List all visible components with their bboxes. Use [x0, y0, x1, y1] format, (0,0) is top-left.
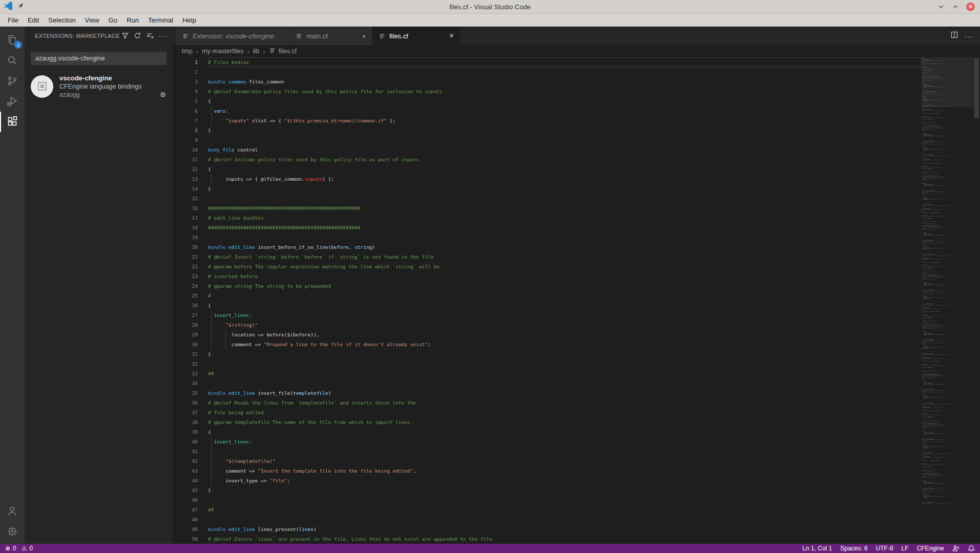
- code-line-33[interactable]: 33##: [173, 369, 922, 378]
- code-line-17[interactable]: 17# edit_line bundles: [173, 213, 922, 223]
- code-line-10[interactable]: 10body file control: [173, 145, 922, 155]
- minimap[interactable]: # Files bodiesbundle common files_common…: [922, 57, 973, 544]
- menu-help[interactable]: Help: [178, 14, 201, 27]
- menu-edit[interactable]: Edit: [23, 14, 44, 27]
- code-line-7[interactable]: 7 "inputs" slist => { "$(this.promise_di…: [173, 116, 922, 125]
- filter-extensions-button[interactable]: [121, 32, 129, 39]
- status-indentation[interactable]: Spaces: 6: [840, 545, 867, 552]
- code-line-13[interactable]: 13 inputs => { @(files_common.inputs) };: [173, 174, 922, 184]
- code-line-15[interactable]: 15: [173, 194, 922, 203]
- code-line-27[interactable]: 27 insert_lines:: [173, 310, 922, 320]
- menu-selection[interactable]: Selection: [44, 14, 80, 27]
- activity-run-and-debug[interactable]: [0, 91, 25, 112]
- minimap-slider[interactable]: [922, 57, 973, 107]
- code-line-38[interactable]: 38# @param templatefile The name of the …: [173, 417, 922, 427]
- vertical-scrollbar[interactable]: [973, 57, 980, 544]
- status-language-mode[interactable]: CFEngine: [917, 545, 944, 552]
- code-line-8[interactable]: 8}: [173, 125, 922, 135]
- code-line-45[interactable]: 45}: [173, 485, 922, 495]
- breadcrumb-item-files-cf[interactable]: files.cf: [269, 47, 297, 56]
- problems-status[interactable]: ⊗ 0 ⚠ 0: [5, 545, 33, 552]
- code-line-2[interactable]: 2: [173, 67, 922, 77]
- activity-accounts[interactable]: [0, 501, 25, 521]
- feedback-icon[interactable]: [952, 545, 960, 552]
- line-content: "$(templatefile)": [208, 456, 276, 466]
- code-line-25[interactable]: 25#: [173, 291, 922, 301]
- tab-main-cf[interactable]: main.cf●: [289, 27, 372, 45]
- code-line-49[interactable]: 49bundle edit_line lines_present(lines): [173, 524, 922, 534]
- minimize-button[interactable]: [937, 3, 945, 10]
- code-line-28[interactable]: 28 "$(string)": [173, 320, 922, 330]
- code-line-4[interactable]: 4# @brief Enumerate policy files used by…: [173, 87, 922, 96]
- code-line-22[interactable]: 22# @param before The regular expression…: [173, 262, 922, 271]
- code-line-42[interactable]: 42 "$(templatefile)": [173, 456, 922, 466]
- code-line-36[interactable]: 36# @brief Reads the lines from `templat…: [173, 398, 922, 408]
- code-line-9[interactable]: 9: [173, 135, 922, 145]
- split-editor-button[interactable]: [950, 31, 958, 41]
- menu-view[interactable]: View: [80, 14, 104, 27]
- activity-extensions[interactable]: [0, 112, 25, 132]
- code-line-23[interactable]: 23# inserted before: [173, 271, 922, 281]
- more-actions-icon[interactable]: ···: [159, 33, 168, 38]
- breadcrumb-item-lib[interactable]: lib: [253, 48, 260, 55]
- manage-extension-gear-icon[interactable]: [159, 91, 166, 98]
- editor-more-actions-icon[interactable]: ···: [965, 32, 974, 40]
- close-button[interactable]: ×: [966, 3, 975, 11]
- status-cursor-position[interactable]: Ln 1, Col 1: [802, 545, 832, 552]
- code-line-6[interactable]: 6 vars:: [173, 106, 922, 116]
- modified-dot-icon[interactable]: ●: [362, 33, 366, 39]
- code-line-40[interactable]: 40 insert_lines:: [173, 437, 922, 446]
- close-tab-icon[interactable]: ×: [449, 32, 454, 39]
- tab-extension-vscode-cfengine[interactable]: Extension: vscode-cfengine: [176, 27, 289, 45]
- extension-list-item[interactable]: vscode-cfengine CFEngine language bindin…: [25, 70, 173, 102]
- menu-terminal[interactable]: Terminal: [143, 14, 178, 27]
- code-line-35[interactable]: 35bundle edit_line insert_file(templatef…: [173, 388, 922, 398]
- code-line-3[interactable]: 3bundle common files_common: [173, 77, 922, 87]
- status-encoding[interactable]: UTF-8: [876, 545, 893, 552]
- code-line-12[interactable]: 12{: [173, 164, 922, 174]
- code-line-37[interactable]: 37# file being edited.: [173, 408, 922, 417]
- menu-run[interactable]: Run: [122, 14, 143, 27]
- breadcrumb-item-tmp[interactable]: tmp: [182, 48, 193, 55]
- clear-search-results-button[interactable]: [146, 32, 154, 39]
- code-line-20[interactable]: 20bundle edit_line insert_before_if_no_l…: [173, 242, 922, 252]
- code-line-50[interactable]: 50# @brief Ensure `lines` are present in…: [173, 534, 922, 544]
- code-line-18[interactable]: 18######################################…: [173, 223, 922, 232]
- code-line-5[interactable]: 5{: [173, 96, 922, 106]
- code-line-29[interactable]: 29 location => before($(before)),: [173, 330, 922, 339]
- code-line-11[interactable]: 11# @brief Include policy files used by …: [173, 155, 922, 164]
- status-end-of-line[interactable]: LF: [902, 545, 909, 552]
- code-line-14[interactable]: 14}: [173, 184, 922, 194]
- scrollbar-thumb[interactable]: [974, 58, 979, 118]
- menu-go[interactable]: Go: [104, 14, 122, 27]
- code-line-32[interactable]: 32: [173, 359, 922, 369]
- code-line-26[interactable]: 26{: [173, 301, 922, 310]
- activity-explorer[interactable]: 1: [0, 30, 25, 50]
- extension-search-input[interactable]: [31, 52, 166, 65]
- code-line-43[interactable]: 43 comment => "Insert the template file …: [173, 466, 922, 476]
- maximize-button[interactable]: [952, 3, 959, 10]
- code-line-16[interactable]: 16######################################…: [173, 203, 922, 213]
- activity-settings[interactable]: [0, 521, 25, 542]
- tab-files-cf[interactable]: files.cf×: [372, 27, 461, 45]
- code-editor[interactable]: 1# Files bodies23bundle common files_com…: [173, 57, 922, 544]
- code-line-21[interactable]: 21# @brief Insert `string` before `befor…: [173, 252, 922, 262]
- activity-search[interactable]: [0, 50, 25, 71]
- code-line-30[interactable]: 30 comment => "Prepend a line to the fil…: [173, 339, 922, 349]
- code-line-1[interactable]: 1# Files bodies: [173, 57, 922, 67]
- code-line-31[interactable]: 31}: [173, 349, 922, 359]
- code-line-34[interactable]: 34: [173, 378, 922, 388]
- code-line-47[interactable]: 47##: [173, 505, 922, 515]
- code-line-41[interactable]: 41: [173, 446, 922, 456]
- breadcrumb-item-my-masterfiles[interactable]: my-masterfiles: [202, 48, 243, 55]
- notifications-bell-icon[interactable]: [968, 545, 975, 552]
- menu-file[interactable]: File: [3, 14, 23, 27]
- code-line-44[interactable]: 44 insert_type => "file";: [173, 476, 922, 485]
- code-line-46[interactable]: 46: [173, 495, 922, 505]
- code-line-39[interactable]: 39{: [173, 427, 922, 437]
- code-line-19[interactable]: 19: [173, 232, 922, 242]
- code-line-24[interactable]: 24# @param string The string to be prepe…: [173, 281, 922, 291]
- refresh-button[interactable]: [134, 32, 141, 39]
- code-line-48[interactable]: 48: [173, 515, 922, 524]
- activity-source-control[interactable]: [0, 71, 25, 91]
